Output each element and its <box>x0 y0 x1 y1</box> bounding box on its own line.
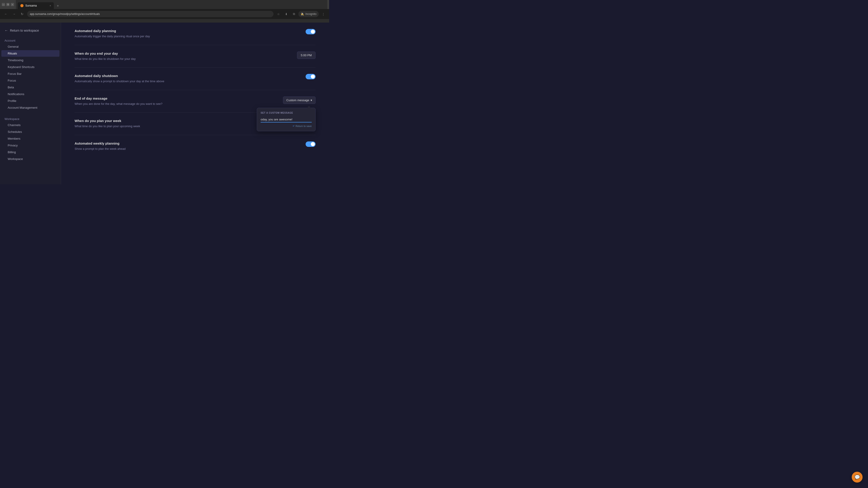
setting-title: End of day message <box>74 96 274 100</box>
workspace-section-label: Workspace <box>0 116 61 122</box>
back-button[interactable]: ← <box>3 11 9 17</box>
popup-hint-text: Return to save <box>296 125 312 127</box>
setting-title: Automated daily shutdown <box>74 74 279 78</box>
address-bar[interactable]: app.sunsama.com/group/moodjoy/settings/a… <box>27 11 274 17</box>
tab-favicon <box>20 4 24 7</box>
custom-message-input[interactable] <box>260 117 312 123</box>
popup-title: SET A CUSTOM MESSAGE <box>260 111 312 114</box>
setting-desc: What time do you like to plan your upcom… <box>74 124 279 129</box>
setting-info: Automated daily planning Automatically t… <box>74 29 279 39</box>
setting-control <box>288 74 315 79</box>
sidebar: ← Return to workspace Account General Ri… <box>0 23 61 184</box>
account-section-label: Account <box>0 37 61 43</box>
download-icon[interactable]: ⬇ <box>283 11 289 17</box>
tab-close-button[interactable]: × <box>50 4 51 7</box>
sidebar-item-general[interactable]: General <box>1 43 59 50</box>
browser-chrome: — ⧉ × Sunsama × + ← → ↻ app.sunsama.com/… <box>0 0 329 23</box>
sidebar-item-members[interactable]: Members <box>1 135 59 142</box>
setting-automated-weekly-planning: Automated weekly planning Show a prompt … <box>74 135 315 158</box>
back-arrow-icon: ← <box>4 29 8 33</box>
sidebar-item-profile[interactable]: Profile <box>1 98 59 104</box>
setting-automated-daily-shutdown: Automated daily shutdown Automatically s… <box>74 68 315 90</box>
automated-daily-planning-toggle[interactable] <box>306 29 315 34</box>
active-tab[interactable]: Sunsama × <box>18 2 54 9</box>
tab-label: Sunsama <box>25 4 37 7</box>
address-text: app.sunsama.com/group/moodjoy/settings/a… <box>30 12 100 15</box>
return-icon: ↵ <box>293 125 294 127</box>
setting-end-of-day-message: End of day message When you are done for… <box>74 90 315 113</box>
sidebar-item-focus[interactable]: Focus <box>1 77 59 84</box>
popup-hint: ↵ Return to save <box>260 125 312 127</box>
sidebar-item-account-management[interactable]: Account Management <box>1 104 59 111</box>
setting-desc: When you are done for the day, what mess… <box>74 102 274 106</box>
setting-info: End of day message When you are done for… <box>74 96 274 106</box>
sidebar-item-schedules[interactable]: Schedules <box>1 129 59 135</box>
minimize-button[interactable]: — <box>2 3 5 6</box>
sidebar-item-billing[interactable]: Billing <box>1 149 59 156</box>
popup-arrow <box>307 106 311 108</box>
dropdown-chevron-icon: ▾ <box>311 98 312 102</box>
return-to-workspace-link[interactable]: ← Return to workspace <box>0 26 61 37</box>
setting-desc: Automatically show a prompt to shutdown … <box>74 79 279 84</box>
close-button[interactable]: × <box>11 3 14 6</box>
incognito-icon: 🕵 <box>301 12 304 15</box>
end-of-day-time-button[interactable]: 5:00 PM <box>297 52 315 59</box>
sidebar-item-rituals[interactable]: Rituals <box>1 50 59 57</box>
setting-info: When do you plan your week What time do … <box>74 119 279 129</box>
setting-title: When do you end your day <box>74 52 279 55</box>
extension-icon[interactable]: ⧉ <box>291 11 297 17</box>
dropdown-label: Custom message <box>286 98 309 102</box>
main-content: Automated daily planning Automatically t… <box>61 23 329 184</box>
incognito-label: Incognito <box>305 12 316 15</box>
setting-title: Automated weekly planning <box>74 141 279 145</box>
sidebar-item-beta[interactable]: Beta <box>1 84 59 91</box>
setting-control: Custom message ▾ SET A CUSTOM MESSAGE ↵ … <box>283 96 315 104</box>
sidebar-item-channels[interactable]: Channels <box>1 122 59 128</box>
setting-end-of-day: When do you end your day What time do yo… <box>74 45 315 68</box>
tab-bar: Sunsama × + <box>16 0 327 9</box>
bookmark-icon[interactable]: ☆ <box>275 11 282 17</box>
title-bar: — ⧉ × Sunsama × + <box>0 0 329 9</box>
browser-toolbar: ← → ↻ app.sunsama.com/group/moodjoy/sett… <box>0 9 329 19</box>
setting-desc: Show a prompt to plan the week ahead <box>74 147 279 151</box>
setting-desc: What time do you like to shutdown for yo… <box>74 57 279 61</box>
sidebar-item-workspace[interactable]: Workspace <box>1 156 59 162</box>
restore-button[interactable]: ⧉ <box>6 3 9 6</box>
end-of-day-message-dropdown[interactable]: Custom message ▾ <box>283 96 315 104</box>
custom-message-popup: SET A CUSTOM MESSAGE ↵ Return to save <box>257 108 315 131</box>
app-container: ← Return to workspace Account General Ri… <box>0 23 329 184</box>
setting-info: When do you end your day What time do yo… <box>74 52 279 61</box>
window-controls: — ⧉ × <box>2 3 14 6</box>
incognito-button[interactable]: 🕵 Incognito <box>298 11 319 17</box>
setting-title: When do you plan your week <box>74 119 279 123</box>
setting-automated-daily-planning: Automated daily planning Automatically t… <box>74 23 315 45</box>
return-label: Return to workspace <box>10 29 39 32</box>
setting-control <box>288 29 315 34</box>
automated-weekly-planning-toggle[interactable] <box>306 141 315 147</box>
setting-info: Automated daily shutdown Automatically s… <box>74 74 279 84</box>
setting-desc: Automatically trigger the daily planning… <box>74 34 279 39</box>
new-tab-button[interactable]: + <box>55 3 61 9</box>
setting-control: 5:00 PM <box>288 52 315 59</box>
menu-icon[interactable]: ⋮ <box>320 11 327 17</box>
setting-info: Automated weekly planning Show a prompt … <box>74 141 279 151</box>
automated-daily-shutdown-toggle[interactable] <box>306 74 315 79</box>
setting-title: Automated daily planning <box>74 29 279 33</box>
sidebar-item-notifications[interactable]: Notifications <box>1 91 59 97</box>
setting-control <box>288 141 315 147</box>
toolbar-actions: ☆ ⬇ ⧉ 🕵 Incognito ⋮ <box>275 11 327 17</box>
sidebar-item-privacy[interactable]: Privacy <box>1 142 59 149</box>
sidebar-item-keyboard-shortcuts[interactable]: Keyboard Shortcuts <box>1 64 59 70</box>
reload-button[interactable]: ↻ <box>19 11 25 17</box>
forward-button[interactable]: → <box>11 11 17 17</box>
sidebar-item-timeboxing[interactable]: Timeboxing <box>1 57 59 64</box>
sidebar-item-focus-bar[interactable]: Focus Bar <box>1 70 59 77</box>
